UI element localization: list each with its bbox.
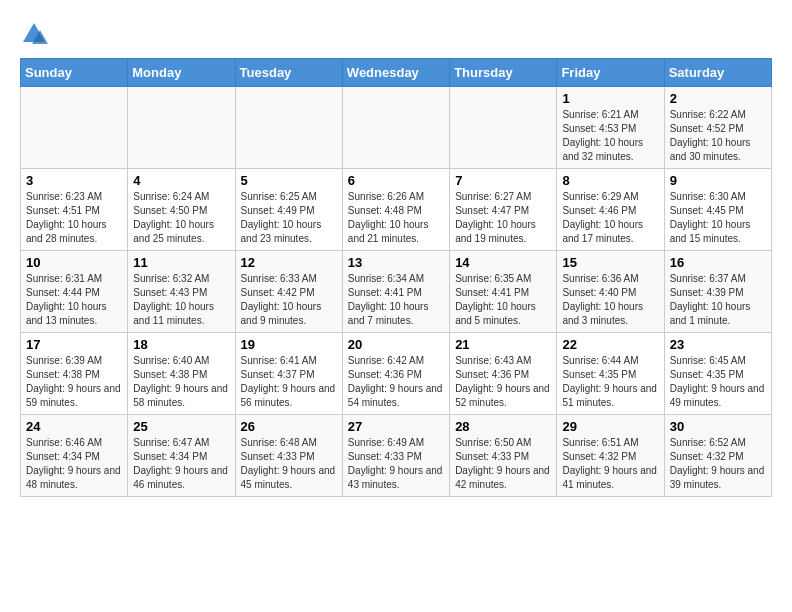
day-number: 24 [26, 419, 122, 434]
day-cell [235, 87, 342, 169]
day-number: 27 [348, 419, 444, 434]
day-number: 7 [455, 173, 551, 188]
day-number: 1 [562, 91, 658, 106]
day-cell: 21Sunrise: 6:43 AM Sunset: 4:36 PM Dayli… [450, 333, 557, 415]
day-cell: 29Sunrise: 6:51 AM Sunset: 4:32 PM Dayli… [557, 415, 664, 497]
day-cell: 2Sunrise: 6:22 AM Sunset: 4:52 PM Daylig… [664, 87, 771, 169]
day-detail: Sunrise: 6:35 AM Sunset: 4:41 PM Dayligh… [455, 272, 551, 328]
day-cell: 30Sunrise: 6:52 AM Sunset: 4:32 PM Dayli… [664, 415, 771, 497]
day-cell [21, 87, 128, 169]
day-cell: 23Sunrise: 6:45 AM Sunset: 4:35 PM Dayli… [664, 333, 771, 415]
day-detail: Sunrise: 6:24 AM Sunset: 4:50 PM Dayligh… [133, 190, 229, 246]
page-header [20, 20, 772, 48]
header-saturday: Saturday [664, 59, 771, 87]
day-cell: 4Sunrise: 6:24 AM Sunset: 4:50 PM Daylig… [128, 169, 235, 251]
day-cell: 28Sunrise: 6:50 AM Sunset: 4:33 PM Dayli… [450, 415, 557, 497]
day-detail: Sunrise: 6:23 AM Sunset: 4:51 PM Dayligh… [26, 190, 122, 246]
day-cell: 1Sunrise: 6:21 AM Sunset: 4:53 PM Daylig… [557, 87, 664, 169]
day-detail: Sunrise: 6:36 AM Sunset: 4:40 PM Dayligh… [562, 272, 658, 328]
day-number: 17 [26, 337, 122, 352]
day-number: 6 [348, 173, 444, 188]
day-number: 26 [241, 419, 337, 434]
day-cell: 13Sunrise: 6:34 AM Sunset: 4:41 PM Dayli… [342, 251, 449, 333]
day-detail: Sunrise: 6:25 AM Sunset: 4:49 PM Dayligh… [241, 190, 337, 246]
day-cell: 3Sunrise: 6:23 AM Sunset: 4:51 PM Daylig… [21, 169, 128, 251]
day-detail: Sunrise: 6:27 AM Sunset: 4:47 PM Dayligh… [455, 190, 551, 246]
week-row-3: 10Sunrise: 6:31 AM Sunset: 4:44 PM Dayli… [21, 251, 772, 333]
header-monday: Monday [128, 59, 235, 87]
day-cell: 17Sunrise: 6:39 AM Sunset: 4:38 PM Dayli… [21, 333, 128, 415]
day-number: 16 [670, 255, 766, 270]
week-row-5: 24Sunrise: 6:46 AM Sunset: 4:34 PM Dayli… [21, 415, 772, 497]
day-detail: Sunrise: 6:29 AM Sunset: 4:46 PM Dayligh… [562, 190, 658, 246]
header-row: SundayMondayTuesdayWednesdayThursdayFrid… [21, 59, 772, 87]
day-detail: Sunrise: 6:52 AM Sunset: 4:32 PM Dayligh… [670, 436, 766, 492]
day-number: 18 [133, 337, 229, 352]
day-cell: 10Sunrise: 6:31 AM Sunset: 4:44 PM Dayli… [21, 251, 128, 333]
day-detail: Sunrise: 6:49 AM Sunset: 4:33 PM Dayligh… [348, 436, 444, 492]
day-cell [342, 87, 449, 169]
day-detail: Sunrise: 6:47 AM Sunset: 4:34 PM Dayligh… [133, 436, 229, 492]
week-row-4: 17Sunrise: 6:39 AM Sunset: 4:38 PM Dayli… [21, 333, 772, 415]
day-cell: 26Sunrise: 6:48 AM Sunset: 4:33 PM Dayli… [235, 415, 342, 497]
day-detail: Sunrise: 6:46 AM Sunset: 4:34 PM Dayligh… [26, 436, 122, 492]
day-cell: 20Sunrise: 6:42 AM Sunset: 4:36 PM Dayli… [342, 333, 449, 415]
day-number: 22 [562, 337, 658, 352]
day-number: 4 [133, 173, 229, 188]
week-row-2: 3Sunrise: 6:23 AM Sunset: 4:51 PM Daylig… [21, 169, 772, 251]
day-cell: 7Sunrise: 6:27 AM Sunset: 4:47 PM Daylig… [450, 169, 557, 251]
logo-icon [20, 20, 48, 48]
day-number: 13 [348, 255, 444, 270]
day-cell: 6Sunrise: 6:26 AM Sunset: 4:48 PM Daylig… [342, 169, 449, 251]
day-detail: Sunrise: 6:40 AM Sunset: 4:38 PM Dayligh… [133, 354, 229, 410]
day-detail: Sunrise: 6:26 AM Sunset: 4:48 PM Dayligh… [348, 190, 444, 246]
day-detail: Sunrise: 6:41 AM Sunset: 4:37 PM Dayligh… [241, 354, 337, 410]
day-cell [450, 87, 557, 169]
day-detail: Sunrise: 6:50 AM Sunset: 4:33 PM Dayligh… [455, 436, 551, 492]
day-detail: Sunrise: 6:48 AM Sunset: 4:33 PM Dayligh… [241, 436, 337, 492]
day-number: 12 [241, 255, 337, 270]
logo [20, 20, 52, 48]
day-number: 21 [455, 337, 551, 352]
week-row-1: 1Sunrise: 6:21 AM Sunset: 4:53 PM Daylig… [21, 87, 772, 169]
day-detail: Sunrise: 6:34 AM Sunset: 4:41 PM Dayligh… [348, 272, 444, 328]
day-cell: 27Sunrise: 6:49 AM Sunset: 4:33 PM Dayli… [342, 415, 449, 497]
day-detail: Sunrise: 6:32 AM Sunset: 4:43 PM Dayligh… [133, 272, 229, 328]
day-cell: 8Sunrise: 6:29 AM Sunset: 4:46 PM Daylig… [557, 169, 664, 251]
day-number: 10 [26, 255, 122, 270]
day-number: 3 [26, 173, 122, 188]
day-cell: 24Sunrise: 6:46 AM Sunset: 4:34 PM Dayli… [21, 415, 128, 497]
day-cell: 15Sunrise: 6:36 AM Sunset: 4:40 PM Dayli… [557, 251, 664, 333]
day-number: 2 [670, 91, 766, 106]
day-cell: 18Sunrise: 6:40 AM Sunset: 4:38 PM Dayli… [128, 333, 235, 415]
day-detail: Sunrise: 6:37 AM Sunset: 4:39 PM Dayligh… [670, 272, 766, 328]
day-number: 20 [348, 337, 444, 352]
day-number: 8 [562, 173, 658, 188]
day-detail: Sunrise: 6:45 AM Sunset: 4:35 PM Dayligh… [670, 354, 766, 410]
day-number: 23 [670, 337, 766, 352]
day-cell: 25Sunrise: 6:47 AM Sunset: 4:34 PM Dayli… [128, 415, 235, 497]
calendar-table: SundayMondayTuesdayWednesdayThursdayFrid… [20, 58, 772, 497]
day-detail: Sunrise: 6:22 AM Sunset: 4:52 PM Dayligh… [670, 108, 766, 164]
day-number: 14 [455, 255, 551, 270]
day-number: 29 [562, 419, 658, 434]
day-detail: Sunrise: 6:21 AM Sunset: 4:53 PM Dayligh… [562, 108, 658, 164]
day-cell: 19Sunrise: 6:41 AM Sunset: 4:37 PM Dayli… [235, 333, 342, 415]
day-number: 5 [241, 173, 337, 188]
day-detail: Sunrise: 6:33 AM Sunset: 4:42 PM Dayligh… [241, 272, 337, 328]
day-number: 15 [562, 255, 658, 270]
day-detail: Sunrise: 6:31 AM Sunset: 4:44 PM Dayligh… [26, 272, 122, 328]
day-detail: Sunrise: 6:42 AM Sunset: 4:36 PM Dayligh… [348, 354, 444, 410]
day-cell: 11Sunrise: 6:32 AM Sunset: 4:43 PM Dayli… [128, 251, 235, 333]
day-number: 25 [133, 419, 229, 434]
header-friday: Friday [557, 59, 664, 87]
day-detail: Sunrise: 6:44 AM Sunset: 4:35 PM Dayligh… [562, 354, 658, 410]
day-cell: 14Sunrise: 6:35 AM Sunset: 4:41 PM Dayli… [450, 251, 557, 333]
day-detail: Sunrise: 6:30 AM Sunset: 4:45 PM Dayligh… [670, 190, 766, 246]
day-number: 30 [670, 419, 766, 434]
day-detail: Sunrise: 6:39 AM Sunset: 4:38 PM Dayligh… [26, 354, 122, 410]
day-detail: Sunrise: 6:51 AM Sunset: 4:32 PM Dayligh… [562, 436, 658, 492]
day-cell: 12Sunrise: 6:33 AM Sunset: 4:42 PM Dayli… [235, 251, 342, 333]
day-cell: 22Sunrise: 6:44 AM Sunset: 4:35 PM Dayli… [557, 333, 664, 415]
header-thursday: Thursday [450, 59, 557, 87]
